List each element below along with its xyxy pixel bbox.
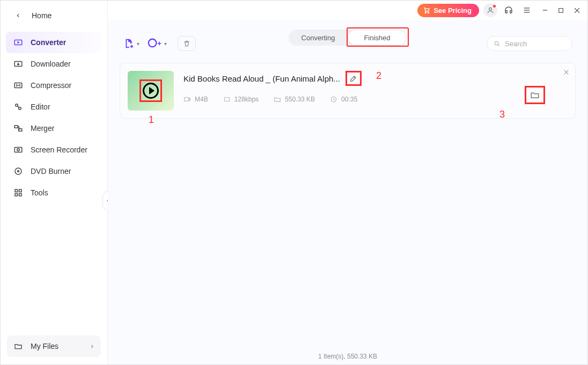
svg-rect-17	[14, 126, 18, 128]
delete-button[interactable]	[178, 36, 196, 51]
svg-rect-26	[19, 194, 22, 196]
compressor-icon	[13, 81, 23, 90]
folder-icon	[13, 341, 23, 351]
annotation-box	[346, 71, 362, 86]
converter-icon	[13, 38, 23, 47]
merger-icon	[13, 123, 23, 133]
sidebar: Home Converter Downloader Compressor Edi…	[1, 1, 108, 364]
svg-rect-25	[15, 194, 18, 196]
downloader-icon	[13, 59, 23, 69]
item-title: Kid Books Read Aloud _ (Fun Animal Alph.…	[183, 74, 340, 83]
see-pricing-label: See Pricing	[433, 6, 472, 14]
svg-rect-30	[185, 98, 189, 101]
remove-item-button[interactable]	[563, 69, 570, 76]
annotation-box	[525, 86, 545, 104]
svg-point-27	[149, 39, 157, 47]
video-icon	[183, 96, 191, 103]
nav-item-label: Editor	[31, 103, 50, 111]
add-url-button[interactable]: ▾	[147, 38, 167, 49]
open-folder-button[interactable]	[530, 90, 540, 100]
item-size: 550.33 KB	[274, 96, 315, 103]
svg-rect-7	[559, 8, 563, 12]
nav-merger[interactable]: Merger	[6, 118, 102, 139]
quality-icon	[223, 96, 231, 103]
svg-line-16	[18, 106, 19, 108]
item-thumbnail[interactable]	[128, 71, 174, 111]
svg-rect-31	[224, 98, 229, 101]
svg-point-21	[15, 168, 21, 174]
nav-home-label: Home	[32, 11, 52, 20]
svg-point-1	[428, 12, 429, 13]
svg-rect-19	[14, 148, 22, 152]
search-icon	[494, 40, 501, 47]
add-file-button[interactable]: ▾	[123, 38, 139, 49]
svg-point-22	[18, 171, 19, 172]
svg-point-0	[425, 12, 427, 13]
folder-icon	[274, 96, 281, 103]
add-file-icon	[123, 38, 135, 49]
rename-button[interactable]	[349, 74, 358, 83]
svg-rect-24	[19, 189, 22, 192]
nav-converter[interactable]: Converter	[6, 32, 102, 53]
chevron-down-icon: ▾	[164, 41, 167, 47]
tab-finished[interactable]: Finished	[348, 30, 407, 46]
editor-icon	[13, 102, 23, 112]
menu-icon[interactable]	[520, 3, 534, 17]
window-close-button[interactable]	[573, 6, 581, 14]
nav-tools[interactable]: Tools	[6, 182, 102, 203]
tab-converting[interactable]: Converting	[289, 30, 348, 46]
nav-item-label: Merger	[31, 124, 54, 133]
svg-marker-11	[18, 41, 20, 44]
tools-icon	[13, 188, 23, 198]
see-pricing-button[interactable]: See Pricing	[417, 4, 479, 17]
support-icon[interactable]	[502, 3, 516, 17]
nav-item-label: Converter	[31, 38, 66, 47]
item-duration: 00:35	[330, 96, 357, 103]
clock-icon	[330, 96, 337, 103]
svg-point-2	[489, 8, 492, 10]
folder-icon	[530, 90, 540, 100]
nav-screen-recorder[interactable]: Screen Recorder	[6, 139, 102, 160]
nav-compressor[interactable]: Compressor	[6, 75, 102, 96]
footer-summary: 1 Item(s), 550.33 KB	[108, 353, 587, 360]
svg-line-29	[498, 45, 499, 46]
recorder-icon	[13, 145, 23, 155]
result-item: Kid Books Read Aloud _ (Fun Animal Alph.…	[120, 63, 576, 119]
search-input[interactable]: Search	[487, 36, 572, 51]
nav-item-label: Screen Recorder	[31, 145, 87, 154]
nav-item-label: Compressor	[31, 81, 71, 90]
nav-dvd-burner[interactable]: DVD Burner	[6, 160, 102, 182]
nav-item-label: DVD Burner	[31, 167, 71, 176]
edit-icon	[349, 74, 358, 83]
nav-editor[interactable]: Editor	[6, 96, 102, 118]
chevron-down-icon: ▾	[137, 41, 139, 47]
dvd-icon	[13, 166, 23, 176]
nav-downloader[interactable]: Downloader	[6, 53, 102, 75]
cart-icon	[423, 6, 430, 14]
account-icon[interactable]	[483, 3, 497, 17]
close-icon	[563, 69, 570, 76]
trash-icon	[183, 40, 190, 47]
nav-item-label: Downloader	[31, 60, 71, 68]
search-placeholder: Search	[505, 40, 527, 48]
item-bitrate: 128kbps	[223, 96, 259, 103]
my-files-label: My Files	[31, 342, 58, 351]
svg-point-20	[17, 149, 20, 151]
svg-point-28	[495, 41, 498, 45]
item-format: M4B	[183, 96, 208, 103]
play-icon	[143, 83, 159, 99]
chevron-left-icon	[13, 11, 23, 20]
window-maximize-button[interactable]	[557, 7, 564, 14]
chevron-right-icon	[90, 344, 94, 349]
nav-home[interactable]: Home	[6, 5, 102, 26]
window-minimize-button[interactable]	[541, 6, 549, 14]
my-files-button[interactable]: My Files	[7, 335, 101, 357]
nav-item-label: Tools	[31, 188, 48, 197]
status-tabs: Converting Finished	[289, 30, 407, 46]
svg-rect-23	[15, 189, 18, 192]
